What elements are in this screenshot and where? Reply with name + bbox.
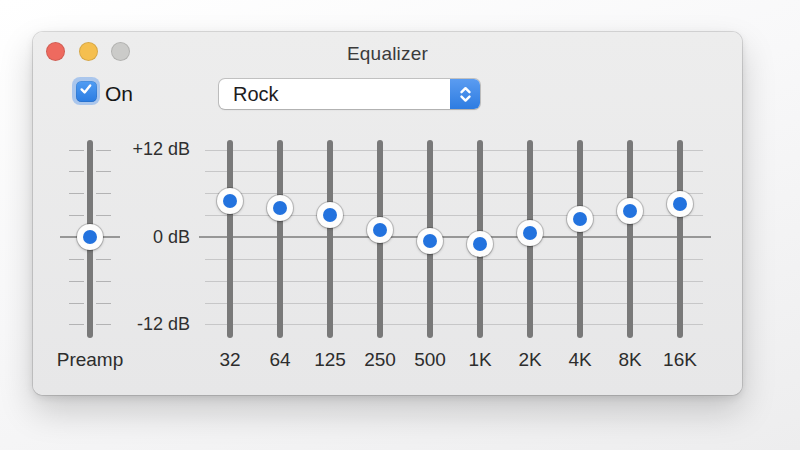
tick	[69, 303, 84, 304]
tick	[69, 215, 84, 216]
band-4K-knob-dot	[573, 212, 587, 226]
band-500-knob-dot	[423, 234, 437, 248]
band-1K-knob-dot	[473, 237, 487, 251]
tick	[69, 259, 84, 260]
band-8K-slider-knob[interactable]	[617, 198, 643, 224]
band-16K-slider-track[interactable]	[677, 140, 683, 338]
tick	[96, 281, 111, 282]
band-16K-label: 16K	[640, 349, 720, 371]
band-250-knob-dot	[373, 223, 387, 237]
tick	[69, 324, 84, 325]
tick	[69, 171, 84, 172]
band-64-slider-knob[interactable]	[267, 195, 293, 221]
tick	[96, 215, 111, 216]
band-125-slider-knob[interactable]	[317, 202, 343, 228]
tick	[96, 193, 111, 194]
band-500-slider-knob[interactable]	[417, 228, 443, 254]
equalizer-sliders-area: +12 dB 0 dB -12 dB Preamp32641252505001K…	[33, 32, 742, 395]
band-4K-slider-track[interactable]	[577, 140, 583, 338]
tick	[96, 259, 111, 260]
band-16K-slider-knob[interactable]	[667, 191, 693, 217]
band-32-knob-dot	[223, 194, 237, 208]
band-1K-slider-knob[interactable]	[467, 231, 493, 257]
preamp-knob-dot	[83, 230, 97, 244]
tick	[69, 281, 84, 282]
tick	[96, 171, 111, 172]
band-2K-knob-dot	[523, 226, 537, 240]
tick	[69, 150, 84, 151]
band-64-knob-dot	[273, 201, 287, 215]
band-2K-slider-knob[interactable]	[517, 220, 543, 246]
band-8K-slider-track[interactable]	[627, 140, 633, 338]
band-32-slider-knob[interactable]	[217, 188, 243, 214]
tick	[96, 150, 111, 151]
preamp-label: Preamp	[50, 349, 130, 371]
band-250-slider-knob[interactable]	[367, 217, 393, 243]
band-16K-knob-dot	[673, 197, 687, 211]
band-125-slider-track[interactable]	[327, 140, 333, 338]
tick	[96, 324, 111, 325]
tick	[69, 193, 84, 194]
equalizer-window: Equalizer On Rock +12 dB 0 dB -12 dB Pre…	[33, 32, 742, 395]
band-4K-slider-knob[interactable]	[567, 206, 593, 232]
band-64-slider-track[interactable]	[277, 140, 283, 338]
band-8K-knob-dot	[623, 204, 637, 218]
preamp-slider-knob[interactable]	[77, 224, 103, 250]
band-125-knob-dot	[323, 208, 337, 222]
tick	[96, 303, 111, 304]
band-32-slider-track[interactable]	[227, 140, 233, 338]
gridline	[199, 236, 711, 238]
